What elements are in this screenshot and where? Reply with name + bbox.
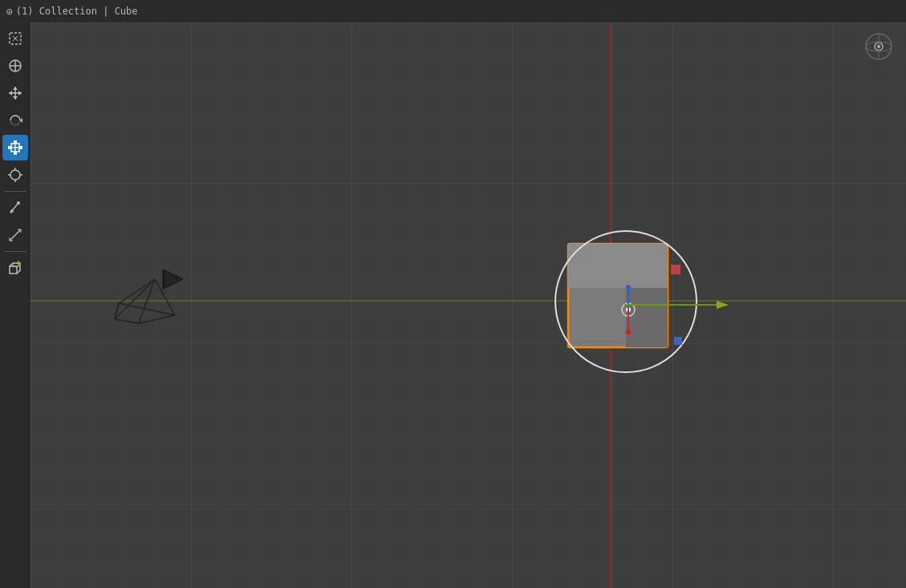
- svg-rect-49: [14, 152, 17, 155]
- toolbar-separator-2: [4, 251, 26, 252]
- camera-object: [107, 247, 203, 327]
- svg-marker-38: [13, 87, 18, 90]
- svg-line-59: [10, 229, 21, 241]
- svg-rect-31: [674, 337, 682, 345]
- svg-marker-29: [717, 301, 729, 309]
- y-axis-handle[interactable]: [624, 298, 729, 311]
- toolbar-separator-1: [4, 191, 26, 192]
- transform-tool[interactable]: [2, 162, 28, 188]
- viewport-3d[interactable]: [30, 22, 906, 588]
- svg-marker-40: [9, 91, 12, 95]
- svg-marker-42: [20, 118, 22, 123]
- camera-orbit-widget[interactable]: [864, 32, 893, 61]
- svg-point-17: [877, 45, 880, 48]
- select-cursor-tool[interactable]: [2, 53, 28, 79]
- svg-marker-41: [18, 91, 22, 95]
- svg-point-58: [17, 201, 20, 205]
- svg-marker-39: [13, 96, 18, 99]
- svg-point-27: [626, 330, 631, 335]
- rotate-tool[interactable]: [2, 107, 28, 133]
- svg-rect-30: [671, 265, 681, 274]
- svg-point-50: [10, 170, 20, 180]
- cube-handles: [664, 263, 689, 287]
- scale-tool[interactable]: [2, 135, 28, 160]
- header-title: (1) Collection | Cube: [16, 6, 138, 17]
- svg-line-6: [139, 279, 155, 323]
- svg-line-4: [115, 279, 155, 319]
- svg-line-11: [119, 303, 175, 315]
- svg-rect-64: [10, 266, 17, 274]
- blender-logo-icon: ⊙: [6, 6, 13, 18]
- viewport[interactable]: ⊙ (1) Collection | Cube: [0, 0, 906, 588]
- add-object-tool[interactable]: [2, 255, 28, 281]
- header-bar: ⊙ (1) Collection | Cube: [0, 0, 906, 22]
- svg-line-10: [139, 315, 175, 323]
- svg-rect-48: [14, 140, 17, 144]
- select-box-tool[interactable]: [2, 26, 28, 51]
- cube-handle-bottom: [672, 335, 689, 351]
- svg-rect-47: [19, 146, 22, 149]
- svg-rect-46: [8, 146, 11, 149]
- left-toolbar: [0, 22, 30, 588]
- svg-line-8: [115, 319, 139, 323]
- svg-point-25: [626, 285, 631, 290]
- svg-line-7: [119, 279, 155, 303]
- measure-tool[interactable]: [2, 222, 28, 248]
- annotate-tool[interactable]: [2, 195, 28, 221]
- svg-marker-12: [163, 270, 183, 289]
- move-tool[interactable]: [2, 80, 28, 106]
